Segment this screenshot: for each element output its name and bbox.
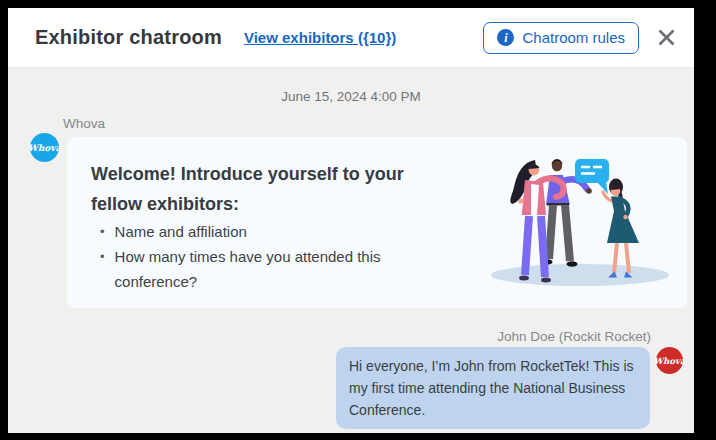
dialog-header: Exhibitor chatroom View exhibitors ({10}… bbox=[8, 8, 694, 68]
sender-name-john: John Doe (Rockit Rocket) bbox=[497, 329, 651, 344]
date-divider: June 15, 2024 4:00 PM bbox=[8, 89, 694, 104]
message-line: Hi everyone, I’m John from RocketTek! Th… bbox=[349, 355, 637, 377]
close-button[interactable] bbox=[655, 27, 677, 49]
welcome-bullet-list: • Name and affiliation • How many times … bbox=[100, 219, 442, 294]
message-line: my first time attending the National Bus… bbox=[349, 377, 637, 399]
bullet-text: How many times have you attended this co… bbox=[115, 244, 442, 294]
sender-name-whova: Whova bbox=[63, 116, 105, 131]
close-icon bbox=[656, 27, 677, 48]
chat-message-bubble: Hi everyone, I’m John from RocketTek! Th… bbox=[336, 347, 650, 429]
welcome-heading: Welcome! Introduce yourself to your fell… bbox=[91, 159, 449, 219]
message-line: Conference. bbox=[349, 399, 637, 421]
list-item: • Name and affiliation bbox=[100, 219, 442, 244]
rockit-rocket-avatar[interactable]: Whova bbox=[656, 347, 683, 374]
chatroom-rules-label: Chatroom rules bbox=[522, 29, 625, 46]
view-exhibitors-link[interactable]: View exhibitors ({10}) bbox=[244, 29, 396, 46]
whova-avatar[interactable]: Whova bbox=[30, 133, 59, 162]
info-icon: i bbox=[497, 29, 514, 46]
chatroom-rules-button[interactable]: i Chatroom rules bbox=[483, 22, 639, 54]
chat-message-area[interactable]: June 15, 2024 4:00 PM Whova Whova Welcom… bbox=[8, 68, 694, 433]
bullet-text: Name and affiliation bbox=[115, 219, 247, 244]
welcome-message-card: Welcome! Introduce yourself to your fell… bbox=[67, 137, 687, 308]
list-item: • How many times have you attended this … bbox=[100, 244, 442, 294]
bullet-icon: • bbox=[100, 219, 105, 244]
whova-avatar-label: Whova bbox=[28, 143, 62, 153]
page-title: Exhibitor chatroom bbox=[35, 26, 222, 49]
people-chatting-illustration bbox=[473, 139, 685, 301]
rockit-avatar-label: Whova bbox=[654, 356, 686, 366]
bullet-icon: • bbox=[100, 244, 105, 294]
chatroom-dialog: Exhibitor chatroom View exhibitors ({10}… bbox=[8, 8, 694, 433]
